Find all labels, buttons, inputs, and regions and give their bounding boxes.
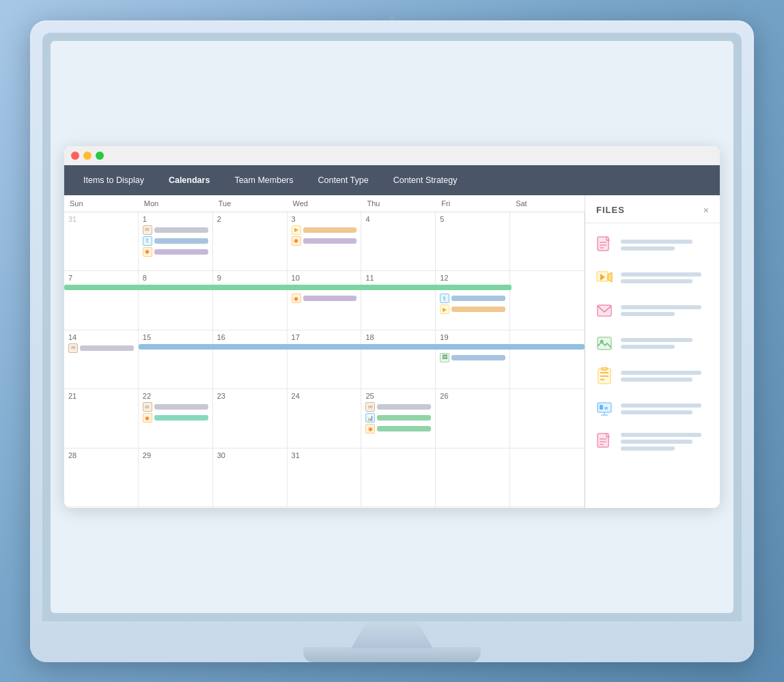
day-header-fri: Fri: [436, 195, 510, 212]
video-icon: ▶: [292, 225, 301, 235]
cell-number: 2: [217, 215, 283, 223]
svg-rect-19: [604, 407, 608, 410]
event-bar: [451, 307, 505, 312]
file-line: [621, 446, 675, 451]
cell-7: 7: [64, 271, 139, 330]
calendar-body: 31 1 ✉ 𝕥: [64, 212, 585, 508]
cell-11: 11: [361, 271, 436, 330]
span-bar-green: [64, 285, 512, 290]
file-lines: [621, 338, 710, 349]
window-chrome: [64, 146, 720, 165]
cell-number: 12: [440, 274, 505, 282]
monitor: Items to Display Calendars Team Members …: [30, 20, 754, 662]
screen: Items to Display Calendars Team Members …: [51, 41, 733, 613]
camera-dot: [389, 15, 395, 20]
file-icon-note: [595, 365, 614, 387]
close-window-dot[interactable]: [71, 152, 79, 160]
file-line: [621, 240, 692, 244]
cell-16: 16: [213, 330, 288, 389]
content-area: Sun Mon Tue Wed Thu Fri Sat: [64, 195, 720, 508]
cell-3: 3 ▶ ◉: [288, 212, 362, 271]
file-item[interactable]: [585, 294, 720, 327]
video-icon: ▶: [440, 304, 449, 314]
nav-items-to-display[interactable]: Items to Display: [71, 165, 156, 195]
nav-bar: Items to Display Calendars Team Members …: [64, 165, 720, 195]
event-bar: [154, 404, 208, 410]
screen-bezel: Items to Display Calendars Team Members …: [42, 33, 742, 621]
event-item: ✉: [143, 402, 208, 412]
day-header-tue: Tue: [213, 195, 288, 212]
nav-calendars[interactable]: Calendars: [156, 165, 222, 195]
rss-icon: ◉: [292, 236, 301, 246]
nav-content-type[interactable]: Content Type: [306, 165, 381, 195]
cell-17: 17: [288, 330, 362, 389]
cell-19: 19 🖼: [436, 330, 510, 389]
file-item[interactable]: [585, 393, 720, 425]
photo-icon: 🖼: [440, 353, 449, 363]
file-line: [621, 338, 692, 342]
file-lines: [621, 272, 710, 283]
cell-number: 3: [292, 215, 357, 223]
cell-10: 10 ◉: [288, 271, 362, 330]
close-files-button[interactable]: ×: [703, 205, 709, 216]
monitor-stand-base: [303, 647, 481, 662]
file-icon-doc2: [595, 431, 614, 453]
day-header-thu: Thu: [361, 195, 436, 212]
cell-blank-2: [510, 271, 585, 330]
file-line: [621, 345, 675, 349]
cell-number: 1: [143, 215, 208, 223]
calendar-week-4: 21 22 ✉ ◉: [64, 389, 585, 449]
event-item: ▶: [440, 304, 505, 314]
event-bar: [154, 227, 208, 233]
cell-1: 1 ✉ 𝕥: [139, 212, 213, 271]
file-lines: [621, 433, 710, 451]
email-icon: ✉: [365, 402, 375, 412]
file-line: [621, 410, 692, 414]
file-line: [621, 279, 692, 283]
file-line: [621, 378, 692, 382]
event-bar: [377, 404, 431, 410]
main-content: Items to Display Calendars Team Members …: [64, 165, 720, 508]
event-item: ✉: [365, 402, 431, 412]
event-bar: [451, 296, 505, 301]
files-header: FILES ×: [585, 195, 720, 223]
app-window: Items to Display Calendars Team Members …: [64, 146, 720, 508]
file-lines: [621, 403, 710, 414]
file-item[interactable]: [585, 360, 720, 393]
maximize-window-dot[interactable]: [96, 152, 104, 160]
event-item: ◉: [143, 247, 208, 257]
file-icon-photo: [595, 332, 614, 354]
cell-23: 23: [213, 389, 288, 448]
nav-team-members[interactable]: Team Members: [222, 165, 305, 195]
email-icon: ✉: [143, 225, 152, 235]
file-icon-presentation: [595, 398, 614, 420]
event-bar: [154, 249, 208, 255]
cell-4: 4: [361, 212, 436, 271]
cell-14: 14 ✉: [64, 330, 139, 389]
cell-number: 16: [217, 333, 283, 341]
cell-number: 7: [68, 274, 134, 282]
minimize-window-dot[interactable]: [83, 152, 92, 160]
calendar-week-5: 28 29 30 31: [64, 449, 585, 508]
nav-content-strategy[interactable]: Content Strategy: [381, 165, 470, 195]
cell-number: 11: [365, 274, 431, 282]
calendar-week-3: 14 ✉ 15: [64, 330, 585, 390]
event-bar: [377, 426, 431, 431]
cell-number: 26: [440, 392, 505, 400]
cell-26: 26: [436, 389, 510, 448]
cell-31: 31: [64, 212, 139, 271]
event-bar: [154, 238, 208, 244]
cell-28: 28: [64, 449, 139, 507]
file-item[interactable]: [585, 327, 720, 360]
cell-empty-1: [361, 449, 436, 507]
file-item[interactable]: [585, 425, 720, 458]
cell-number: 9: [217, 274, 283, 282]
calendar: Sun Mon Tue Wed Thu Fri Sat: [64, 195, 585, 508]
event-bar: [303, 296, 357, 301]
rss-icon: ◉: [365, 424, 375, 434]
event-bar: [451, 355, 505, 360]
event-item: ◉: [292, 236, 357, 246]
file-item[interactable]: [585, 229, 720, 261]
file-item[interactable]: [585, 261, 720, 294]
chart-icon: 📊: [365, 413, 375, 423]
